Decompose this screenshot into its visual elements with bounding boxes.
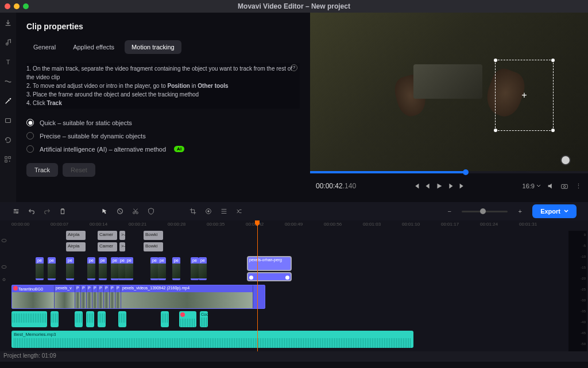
sfx-clip[interactable]	[161, 311, 169, 327]
elements-icon[interactable]	[3, 116, 13, 125]
sfx-clip[interactable]	[51, 311, 59, 327]
delete-icon[interactable]	[58, 207, 67, 216]
tracker-handle[interactable]	[551, 59, 555, 62]
adjust-icon[interactable]	[219, 207, 228, 216]
radio-precise[interactable]: Precise – suitable for dynamic objects	[26, 132, 300, 140]
play-icon[interactable]	[435, 182, 443, 190]
timeline-marker[interactable]: Camer	[98, 231, 117, 240]
video-clip[interactable]: P	[87, 285, 92, 308]
export-button[interactable]: Export	[532, 204, 577, 218]
tracker-handle[interactable]	[494, 129, 497, 132]
timeline-marker[interactable]: >-	[119, 231, 125, 240]
marker-track-1[interactable]: AirplaCamer>-Bowki	[11, 231, 588, 241]
video-clip[interactable]: P	[75, 285, 81, 308]
video-clip[interactable]: pexels_v	[55, 285, 75, 308]
timeline-marker[interactable]: Airpla	[66, 231, 86, 240]
video-clip[interactable]: P	[81, 285, 87, 308]
marker-track-2[interactable]: AirplaCamer>-Bowki	[11, 242, 588, 253]
sfx-clip[interactable]	[118, 311, 126, 327]
step-forward-icon[interactable]	[447, 182, 455, 190]
sfx-clip[interactable]	[98, 311, 106, 327]
fx-clip[interactable]: pe	[99, 257, 107, 280]
sfx-clip[interactable]: Cook	[200, 311, 208, 327]
skip-back-icon[interactable]	[412, 182, 420, 190]
fx-clip[interactable]: pe	[158, 257, 166, 280]
timeline-marker[interactable]: Airpla	[66, 242, 86, 251]
video-clip[interactable]: P	[92, 285, 98, 308]
pointer-icon[interactable]	[100, 207, 109, 216]
linked-clip[interactable]: pexels-orhan-perg	[247, 256, 292, 281]
aspect-ratio-select[interactable]: 16:9	[523, 183, 541, 189]
crop-icon[interactable]	[188, 207, 197, 216]
fx-clip[interactable]: pe	[150, 257, 158, 280]
sfx-clip[interactable]	[179, 311, 196, 327]
snapshot-icon[interactable]	[560, 182, 568, 190]
circle-tool-icon[interactable]	[115, 207, 124, 216]
fx-clip[interactable]: pe	[172, 257, 180, 280]
help-icon[interactable]: ?	[291, 64, 297, 71]
shuffle-icon[interactable]	[235, 207, 243, 216]
link-icon[interactable]	[1, 277, 7, 282]
redo-icon[interactable]	[42, 207, 51, 216]
fx-clip[interactable]: pe	[66, 257, 74, 280]
video-clip[interactable]: P	[104, 285, 110, 308]
progress-bar[interactable]	[310, 171, 588, 173]
radio-quick[interactable]: Quick – suitable for static objects	[26, 119, 300, 126]
video-clip[interactable]: P	[98, 285, 104, 308]
close-window-button[interactable]	[5, 3, 10, 9]
music-track[interactable]: Best_Memories.mp3	[11, 331, 588, 348]
tracker-box[interactable]: +	[495, 60, 554, 131]
tab-applied-effects[interactable]: Applied effects	[66, 40, 121, 54]
music-icon[interactable]	[3, 38, 13, 47]
maximize-window-button[interactable]	[23, 3, 29, 9]
zoom-in-icon[interactable]: +	[516, 207, 524, 216]
fx-clip[interactable]: pe	[36, 257, 44, 280]
playhead[interactable]	[257, 222, 258, 351]
sfx-clip[interactable]	[11, 311, 47, 327]
fx-clip[interactable]: pe	[125, 257, 133, 280]
history-icon[interactable]	[3, 135, 13, 145]
fx-clip[interactable]: pe	[48, 257, 56, 280]
radio-ai[interactable]: Artificial intelligence (AI) – alternati…	[26, 145, 300, 153]
text-icon[interactable]: T	[3, 57, 13, 67]
video-clip[interactable]: TarantinoBG0	[12, 285, 55, 308]
reset-button[interactable]: Reset	[63, 163, 95, 177]
video-clip[interactable]: P	[115, 285, 121, 308]
undo-icon[interactable]	[27, 207, 36, 216]
minimize-window-button[interactable]	[14, 3, 20, 9]
progress-handle[interactable]	[463, 169, 469, 175]
music-clip[interactable]: Best_Memories.mp3	[11, 331, 413, 348]
tab-motion-tracking[interactable]: Motion tracking	[125, 40, 181, 54]
fx-track[interactable]: pexels-orhan-perg pepepepepepepepepepepe…	[11, 256, 588, 282]
visibility-icon[interactable]	[1, 238, 7, 243]
import-icon[interactable]	[3, 18, 13, 28]
timeline[interactable]: AirplaCamer>-Bowki AirplaCamer>-Bowki pe…	[0, 231, 588, 351]
more-tools-icon[interactable]	[3, 155, 13, 164]
sfx-clip[interactable]	[86, 311, 94, 327]
more-icon[interactable]: ⋮	[574, 182, 582, 190]
zoom-out-icon[interactable]: −	[445, 207, 454, 216]
fx-clip[interactable]: pe	[191, 257, 199, 280]
video-clip[interactable]: pexels_videos_1390942 (2160p).mp4	[121, 285, 253, 308]
time-ruler[interactable]: 00:00:0000:00:0700:00:1400:00:2100:00:28…	[0, 220, 588, 231]
fx-clip[interactable]: pe	[87, 257, 95, 280]
track-button[interactable]: Track	[26, 163, 58, 177]
tracker-handle[interactable]	[551, 129, 555, 132]
video-track[interactable]: TarantinoBG0pexels_vPPPPPPPPpexels_video…	[11, 285, 588, 309]
fx-clip[interactable]: pe	[111, 257, 119, 280]
settings-icon[interactable]	[11, 207, 20, 216]
zoom-slider[interactable]	[462, 211, 508, 212]
sfx-clip[interactable]	[75, 311, 83, 327]
video-clip[interactable]: P	[110, 285, 115, 308]
cut-icon[interactable]	[131, 207, 140, 216]
timeline-marker[interactable]: >-	[119, 242, 125, 251]
visibility-icon[interactable]	[1, 264, 7, 270]
record-icon[interactable]	[204, 207, 212, 216]
volume-icon[interactable]	[547, 182, 555, 190]
preview-video[interactable]: +	[310, 13, 588, 171]
shield-icon[interactable]	[146, 207, 155, 216]
tab-general[interactable]: General	[26, 40, 63, 54]
transitions-icon[interactable]	[3, 77, 13, 86]
step-back-icon[interactable]	[424, 182, 432, 190]
fx-clip[interactable]: pe	[199, 257, 207, 280]
